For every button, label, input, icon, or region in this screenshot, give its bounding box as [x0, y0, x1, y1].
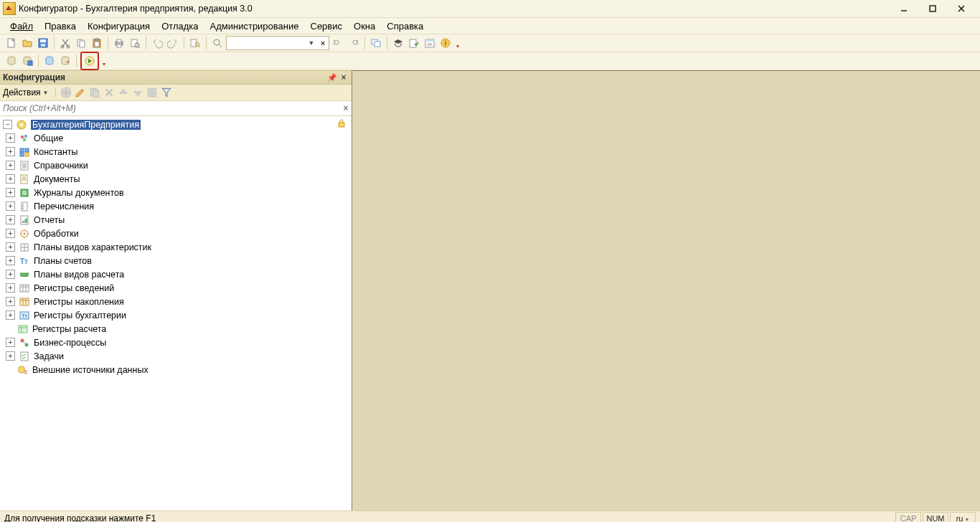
search-combo[interactable]: ▼ ×	[226, 36, 329, 50]
cut-icon[interactable]	[58, 36, 72, 50]
configuration-tree[interactable]: БухгалтерияПредприятия Общие Константы С…	[0, 116, 352, 511]
tree-item[interactable]: Документы	[0, 172, 352, 186]
menu-admin[interactable]: Администрирование	[204, 19, 305, 33]
toolbar-overflow-icon[interactable]: ▾	[454, 35, 461, 51]
tree-item[interactable]: Планы видов расчета	[0, 267, 352, 281]
tree-item[interactable]: Журналы документов	[0, 186, 352, 199]
panel-search-input[interactable]	[0, 102, 340, 115]
help-icon[interactable]: i	[438, 36, 453, 50]
tree-expander[interactable]	[6, 174, 15, 184]
panel-toolbar: Действия ▼	[0, 85, 352, 101]
tree-expander[interactable]	[6, 297, 15, 306]
tree-expander[interactable]	[6, 270, 15, 279]
sort-icon[interactable]	[146, 86, 159, 99]
db-save-icon[interactable]	[20, 54, 34, 68]
panel-search-clear-icon[interactable]: ×	[340, 103, 352, 113]
tree-expander[interactable]	[6, 283, 15, 293]
status-lang[interactable]: ru▼	[950, 512, 976, 522]
print-preview-icon[interactable]	[128, 36, 142, 50]
debug-overflow-icon[interactable]: ▾	[100, 53, 107, 69]
maximize-button[interactable]	[918, 1, 947, 16]
new-file-icon[interactable]	[4, 36, 19, 50]
windows-icon[interactable]	[369, 36, 383, 50]
menu-service[interactable]: Сервис	[305, 19, 349, 33]
tree-item[interactable]: Задачи	[0, 349, 352, 363]
tree-item-label: Общие	[34, 133, 63, 143]
svg-rect-39	[28, 61, 32, 65]
edit-icon[interactable]	[74, 86, 87, 99]
minimize-button[interactable]	[890, 1, 918, 16]
tree-item[interactable]: Регистры накопления	[0, 295, 352, 308]
db-rollback-icon[interactable]	[58, 54, 72, 68]
find-prev-icon[interactable]	[331, 36, 345, 50]
tree-item[interactable]: Планы видов характеристик	[0, 240, 352, 254]
print-icon[interactable]	[112, 36, 126, 50]
panel-actions-drop-icon[interactable]: ▼	[43, 90, 52, 96]
add-icon[interactable]	[60, 86, 72, 99]
tree-expander[interactable]	[6, 256, 15, 265]
graduate-icon[interactable]	[391, 36, 405, 50]
tree-expander[interactable]	[6, 310, 15, 320]
db-open-icon[interactable]	[4, 54, 19, 68]
search-drop-icon[interactable]: ▼	[306, 37, 316, 49]
tree-expander[interactable]	[6, 338, 15, 347]
tree-item-label: Бизнес-процессы	[34, 338, 106, 348]
paste-icon[interactable]	[90, 36, 104, 50]
search-clear-icon[interactable]: ×	[318, 37, 328, 49]
move-down-icon[interactable]	[131, 86, 144, 99]
tree-item[interactable]: Внешние источники данных	[0, 363, 352, 376]
svg-point-78	[22, 204, 24, 205]
panel-actions-label[interactable]: Действия	[3, 87, 42, 98]
tree-root-expander[interactable]	[3, 120, 12, 129]
start-debug-button[interactable]	[80, 52, 99, 70]
tree-expander[interactable]	[6, 133, 15, 143]
move-up-icon[interactable]	[117, 86, 130, 99]
menu-config[interactable]: Конфигурация	[82, 19, 156, 33]
tree-item[interactable]: TтРегистры бухгалтерии	[0, 308, 352, 322]
tree-expander[interactable]	[6, 242, 15, 252]
copy-item-icon[interactable]	[88, 86, 101, 99]
tree-item[interactable]: Обработки	[0, 227, 352, 240]
tree-item[interactable]: Бизнес-процессы	[0, 336, 352, 349]
tree-item[interactable]: Справочники	[0, 158, 352, 172]
menu-help[interactable]: Справка	[381, 19, 429, 33]
menu-edit[interactable]: Правка	[39, 19, 82, 33]
save-icon[interactable]	[36, 36, 50, 50]
calendar-icon[interactable]	[423, 36, 437, 50]
accum-registers-icon	[19, 296, 30, 308]
tree-expander[interactable]	[6, 147, 15, 156]
tree-item[interactable]: ТтПланы счетов	[0, 254, 352, 267]
tree-expander[interactable]	[6, 351, 15, 361]
open-folder-icon[interactable]	[20, 36, 34, 50]
find-next-icon[interactable]	[347, 36, 361, 50]
tree-expander[interactable]	[6, 188, 15, 197]
find-icon[interactable]	[188, 36, 202, 50]
syntax-check-icon[interactable]	[407, 36, 421, 50]
enums-icon	[19, 201, 30, 212]
tree-item[interactable]: Константы	[0, 145, 352, 158]
tree-expander[interactable]	[6, 161, 15, 170]
svg-point-24	[214, 39, 220, 45]
pin-icon[interactable]: 📌	[327, 72, 337, 82]
tree-expander[interactable]	[6, 215, 15, 224]
menu-debug[interactable]: Отладка	[156, 19, 204, 33]
tree-expander[interactable]	[6, 229, 15, 238]
tree-expander[interactable]	[6, 201, 15, 211]
filter-icon[interactable]	[160, 86, 173, 99]
tree-item[interactable]: Общие	[0, 131, 352, 145]
tree-item[interactable]: Регистры сведений	[0, 281, 352, 295]
menu-file[interactable]: Файл	[4, 19, 39, 33]
panel-close-icon[interactable]: ×	[339, 72, 349, 82]
close-button[interactable]	[947, 1, 976, 16]
redo-icon[interactable]	[166, 36, 180, 50]
undo-icon[interactable]	[150, 36, 164, 50]
tree-item[interactable]: Перечисления	[0, 199, 352, 213]
copy-icon[interactable]	[74, 36, 88, 50]
db-update-icon[interactable]	[42, 54, 57, 68]
tree-item[interactable]: Регистры расчета	[0, 322, 352, 336]
tree-item[interactable]: Отчеты	[0, 213, 352, 227]
zoom-icon[interactable]	[210, 36, 225, 50]
delete-icon[interactable]	[103, 86, 116, 99]
menu-windows[interactable]: Окна	[348, 19, 381, 33]
tree-root[interactable]: БухгалтерияПредприятия	[0, 118, 352, 131]
